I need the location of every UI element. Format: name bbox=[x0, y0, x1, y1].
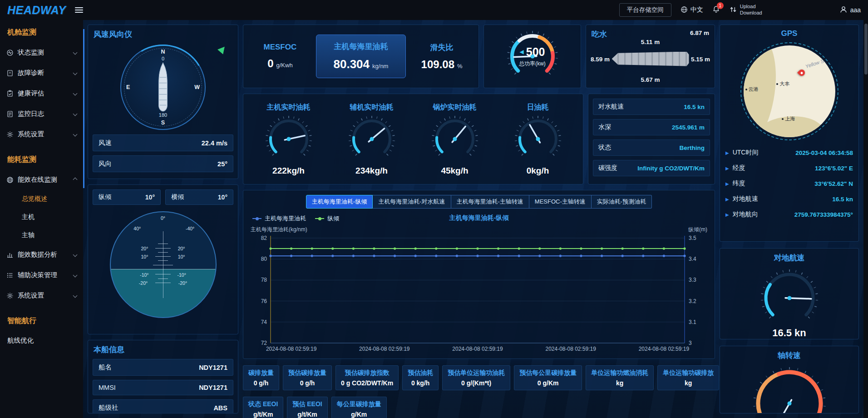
sidebar-item-fault-diagnosis[interactable]: 故障诊断 bbox=[0, 63, 83, 83]
longitude-label: 经度 bbox=[733, 164, 745, 172]
sidebar-item-system-settings-2[interactable]: 系统设置 bbox=[0, 285, 83, 306]
stat-card-est-fuel: 预估油耗0 kg/h bbox=[402, 365, 439, 390]
sidebar-item-label: 系统设置 bbox=[18, 291, 44, 300]
svg-text:2024-08-08 02:59:19: 2024-08-08 02:59:19 bbox=[639, 346, 690, 352]
notification-badge: 1 bbox=[717, 2, 724, 9]
svg-text:3.3: 3.3 bbox=[689, 277, 696, 283]
incline-scale-left-top: 40° bbox=[133, 226, 141, 231]
shaft-panel-title: 轴转速 bbox=[772, 346, 806, 365]
gauge-dial bbox=[513, 114, 563, 164]
stat-card-unit-transport-carbon: 单位运输功碳排放kg bbox=[657, 365, 719, 390]
cog-row: ▶ 对地航向 2759.767333984375° bbox=[720, 207, 858, 222]
water-depth-label: 水深 bbox=[598, 123, 611, 131]
wind-speed-value: 22.4 m/s bbox=[202, 139, 227, 147]
map-pin-icon bbox=[797, 68, 806, 77]
chevron-down-icon bbox=[73, 112, 78, 116]
fault-diagnosis-icon bbox=[6, 70, 14, 77]
chart-tab-shaft-speed[interactable]: 主机每海里油耗-主轴转速 bbox=[451, 195, 529, 209]
headway-logo: HEADWAY bbox=[7, 4, 66, 17]
ship-name-value: NDY1271 bbox=[199, 364, 227, 371]
slip-ratio-label: 滑失比 bbox=[409, 42, 474, 53]
sidebar-item-health-assessment[interactable]: 健康评估 bbox=[0, 83, 83, 104]
sidebar-item-monitor-log[interactable]: 监控日志 bbox=[0, 104, 83, 124]
chart-tab-water-speed[interactable]: 主机每海里油耗-对水航速 bbox=[373, 195, 451, 209]
draft-ship-graphic bbox=[612, 52, 689, 66]
card-title: 预估碳排放指数 bbox=[341, 369, 393, 377]
gauge-dial bbox=[263, 114, 314, 164]
wind-speed-row: 风速 22.4 m/s bbox=[93, 134, 233, 151]
map-city-label: 大丰 bbox=[776, 80, 789, 87]
gear-icon bbox=[6, 292, 14, 299]
svg-text:3.5: 3.5 bbox=[689, 235, 696, 241]
incline-scale-right-top: -40° bbox=[186, 226, 194, 231]
triangle-bullet-icon: ▶ bbox=[725, 181, 729, 186]
sidebar-item-energy-online-monitoring[interactable]: 能效在线监测 bbox=[0, 169, 83, 190]
incline-scale-label: 20° bbox=[141, 246, 148, 251]
transfer-menu[interactable]: Upload Download bbox=[729, 4, 762, 16]
draft-right-value: 5.15 m bbox=[691, 55, 710, 62]
sidebar-item-label: 监控日志 bbox=[18, 109, 44, 118]
card-value: kg bbox=[663, 379, 714, 387]
sog-value: 16.5 kn bbox=[832, 196, 853, 203]
energy-monitor-icon bbox=[6, 176, 14, 184]
cog-value: 2759.767333984375° bbox=[794, 211, 853, 218]
wind-direction-row: 风向 25° bbox=[93, 155, 233, 172]
sidebar-item-route-optimization[interactable]: 航线优化 bbox=[0, 331, 83, 350]
chart-tab-trim[interactable]: 主机每海里油耗-纵倾 bbox=[306, 195, 373, 209]
water-depth-row: 水深 2545.961 m bbox=[593, 119, 710, 135]
user-menu[interactable]: aaa bbox=[839, 5, 861, 15]
scrollbar-thumb[interactable] bbox=[864, 24, 868, 75]
sidebar-section-energy: 能耗监测 bbox=[0, 150, 83, 169]
total-power-gauge: ◀ 500 总功率(kw) bbox=[505, 29, 560, 84]
page-scrollbar[interactable] bbox=[863, 20, 868, 418]
chart-tabs: 主机每海里油耗-纵倾 主机每海里油耗-对水航速 主机每海里油耗-主轴转速 MES… bbox=[250, 195, 708, 209]
stat-cards-row-2: 状态 EEOIg/t/Km 预估 EEOIg/t/Km 每公里碳排放量g/Km bbox=[243, 397, 715, 418]
fuel-per-nm-label: 主机每海里油耗 bbox=[319, 41, 403, 52]
language-switch[interactable]: 中文 bbox=[681, 6, 703, 15]
card-title: 每公里碳排放量 bbox=[337, 400, 381, 408]
sidebar-item-system-settings-1[interactable]: 系统设置 bbox=[0, 124, 83, 144]
inclinometer-tick bbox=[158, 260, 168, 261]
mesfoc-unit: g/Kwh bbox=[276, 62, 293, 69]
top-stats-row: MESFOC 0g/Kwh 主机每海里油耗 80.304kg/nm 滑失比 10… bbox=[243, 25, 715, 88]
compass-west-label: W bbox=[194, 84, 200, 90]
chart-tab-actual-vs-predicted[interactable]: 实际油耗-预测油耗 bbox=[592, 195, 652, 209]
longitude-value: 123°6'5.02" E bbox=[815, 165, 853, 172]
gauge-value: 45kg/h bbox=[441, 166, 468, 176]
water-depth-value: 2545.961 m bbox=[672, 124, 705, 131]
class-society-value: ABS bbox=[213, 404, 227, 412]
sidebar-item-energy-data-analysis[interactable]: 能效数据分析 bbox=[0, 244, 83, 265]
right-column: GPS Yellow Sea 云港 大丰 上海 ▶ bbox=[720, 25, 859, 413]
chart-legend-row: 主机每海里油耗 纵倾 主机每海里油耗-纵倾 bbox=[250, 213, 708, 224]
card-title: 预估油耗 bbox=[408, 369, 433, 377]
heel-chip: 横倾 10° bbox=[165, 189, 233, 205]
incline-scale-label: -10° bbox=[140, 272, 148, 278]
gauge-title: 辅机实时油耗 bbox=[350, 103, 394, 112]
sog-label: 对地航速 bbox=[733, 195, 758, 203]
trim-label: 纵倾 bbox=[99, 193, 111, 201]
sidebar-subitem-overview[interactable]: 总览概述 bbox=[0, 190, 83, 208]
slip-ratio-value: 109.08 bbox=[421, 58, 454, 70]
sidebar-item-label: 能效在线监测 bbox=[18, 175, 57, 184]
sidebar-item-decision-management[interactable]: 辅助决策管理 bbox=[0, 265, 83, 285]
sidebar-item-status-monitoring[interactable]: 状态监测 bbox=[0, 42, 83, 63]
carbon-intensity-label: 碳强度 bbox=[598, 164, 617, 172]
draft-left-value: 8.59 m bbox=[591, 55, 610, 62]
svg-text:3.1: 3.1 bbox=[689, 319, 696, 325]
mesfoc-stat: MESFOC 0g/Kwh bbox=[248, 43, 312, 70]
gps-map[interactable]: Yellow Sea 云港 大丰 上海 bbox=[740, 42, 838, 140]
notifications-button[interactable]: 1 bbox=[712, 5, 720, 15]
chart-plot-area[interactable]: 8280787674723.53.43.33.23.132024-08-08 0… bbox=[250, 234, 708, 354]
menu-icon[interactable] bbox=[75, 7, 83, 13]
sidebar-subitem-main-engine[interactable]: 主机 bbox=[0, 208, 83, 226]
stat-card-carbon-emission: 碳排放量0 g/h bbox=[243, 365, 279, 390]
download-label: Download bbox=[740, 10, 762, 16]
storage-space-button[interactable]: 平台存储空间 bbox=[619, 3, 671, 17]
compass-north-label: N bbox=[161, 49, 165, 55]
header-right: 平台存储空间 中文 1 Upload Download bbox=[619, 3, 861, 17]
sidebar-subitem-main-shaft[interactable]: 主轴 bbox=[0, 226, 83, 244]
chart-tab-mesfoc-shaft[interactable]: MESFOC-主轴转速 bbox=[529, 195, 592, 209]
user-icon bbox=[839, 5, 848, 15]
speed-over-ground-panel: 对地航速 16.5 kn bbox=[720, 248, 859, 339]
triangle-bullet-icon: ▶ bbox=[725, 212, 729, 217]
